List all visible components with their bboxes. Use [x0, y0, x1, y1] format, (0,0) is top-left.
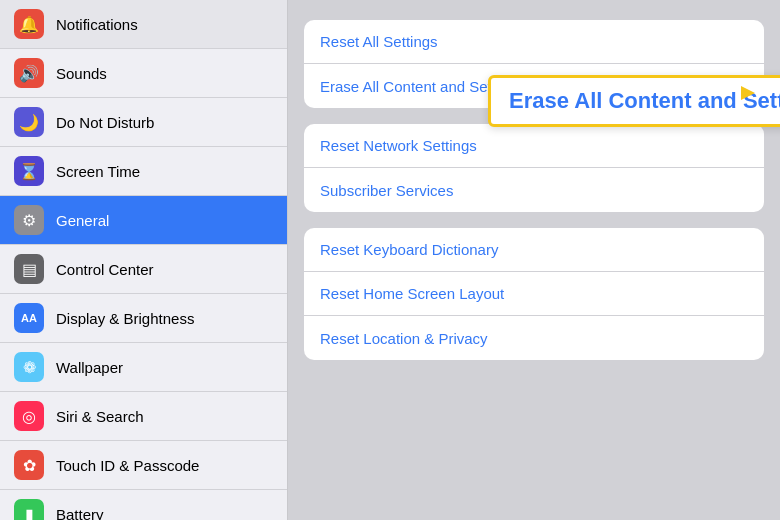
callout-arrow-icon: [741, 82, 763, 104]
main-content: Reset All SettingsErase All Content and …: [288, 0, 780, 520]
svg-marker-0: [741, 86, 755, 100]
notifications-icon: 🔔: [14, 9, 44, 39]
sidebar-item-sounds[interactable]: 🔊Sounds: [0, 49, 287, 98]
wallpaper-icon: ❁: [14, 352, 44, 382]
sidebar-item-label-do-not-disturb: Do Not Disturb: [56, 114, 154, 131]
battery-icon: ▮: [14, 499, 44, 520]
callout-text: Erase All Content and Settings: [509, 88, 780, 113]
sidebar-item-label-notifications: Notifications: [56, 16, 138, 33]
do-not-disturb-icon: 🌙: [14, 107, 44, 137]
sounds-icon: 🔊: [14, 58, 44, 88]
callout-box: Erase All Content and Settings: [488, 75, 780, 127]
sidebar-item-battery[interactable]: ▮Battery: [0, 490, 287, 520]
general-icon: ⚙: [14, 205, 44, 235]
sidebar-item-label-touch-id: Touch ID & Passcode: [56, 457, 199, 474]
sidebar-item-label-screen-time: Screen Time: [56, 163, 140, 180]
sidebar-item-label-battery: Battery: [56, 506, 104, 521]
sidebar-item-label-general: General: [56, 212, 109, 229]
sidebar-item-do-not-disturb[interactable]: 🌙Do Not Disturb: [0, 98, 287, 147]
sidebar-item-label-sounds: Sounds: [56, 65, 107, 82]
siri-search-icon: ◎: [14, 401, 44, 431]
settings-row-reset-network[interactable]: Reset Network Settings: [304, 124, 764, 168]
sidebar-item-siri-search[interactable]: ◎Siri & Search: [0, 392, 287, 441]
sidebar-item-label-control-center: Control Center: [56, 261, 154, 278]
sidebar-item-label-wallpaper: Wallpaper: [56, 359, 123, 376]
sidebar-item-touch-id[interactable]: ✿Touch ID & Passcode: [0, 441, 287, 490]
sidebar-item-screen-time[interactable]: ⌛Screen Time: [0, 147, 287, 196]
sidebar-item-notifications[interactable]: 🔔Notifications: [0, 0, 287, 49]
touch-id-icon: ✿: [14, 450, 44, 480]
control-center-icon: ▤: [14, 254, 44, 284]
sidebar-item-wallpaper[interactable]: ❁Wallpaper: [0, 343, 287, 392]
sidebar-item-general[interactable]: ⚙General: [0, 196, 287, 245]
sidebar-item-label-display-brightness: Display & Brightness: [56, 310, 194, 327]
screen-time-icon: ⌛: [14, 156, 44, 186]
sidebar-item-label-siri-search: Siri & Search: [56, 408, 144, 425]
settings-row-reset-keyboard[interactable]: Reset Keyboard Dictionary: [304, 228, 764, 272]
settings-row-subscriber-services[interactable]: Subscriber Services: [304, 168, 764, 212]
settings-row-reset-all[interactable]: Reset All Settings: [304, 20, 764, 64]
display-brightness-icon: AA: [14, 303, 44, 333]
sidebar-item-display-brightness[interactable]: AADisplay & Brightness: [0, 294, 287, 343]
settings-group-2: Reset Network SettingsSubscriber Service…: [304, 124, 764, 212]
sidebar-item-control-center[interactable]: ▤Control Center: [0, 245, 287, 294]
sidebar: 🔔Notifications🔊Sounds🌙Do Not Disturb⌛Scr…: [0, 0, 288, 520]
settings-row-reset-home[interactable]: Reset Home Screen Layout: [304, 272, 764, 316]
settings-row-reset-location[interactable]: Reset Location & Privacy: [304, 316, 764, 360]
settings-group-3: Reset Keyboard DictionaryReset Home Scre…: [304, 228, 764, 360]
